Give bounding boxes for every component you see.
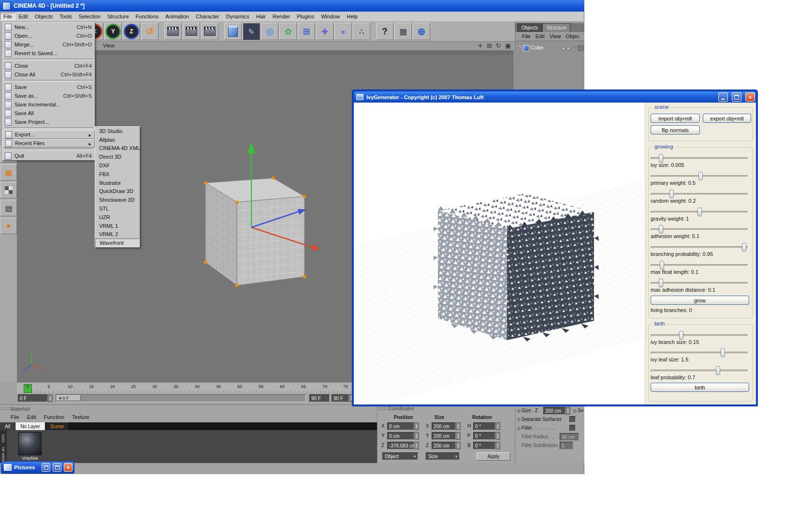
pictures-window-bar[interactable]: Pictures × xyxy=(1,461,74,474)
tree-row-cube[interactable]: └ Cube ✓✓ xyxy=(515,44,584,52)
menu-character[interactable]: Character xyxy=(192,13,222,20)
rot-b-stepper[interactable] xyxy=(495,442,500,449)
size-x-stepper[interactable] xyxy=(456,422,461,430)
primary-weight-slider[interactable] xyxy=(651,175,748,178)
export-obj-button[interactable]: export obj+mlt xyxy=(703,114,751,123)
file-menu-open[interactable]: Open...Ctrl+O xyxy=(3,31,95,40)
zoom-view-button[interactable]: ⊞ xyxy=(487,42,492,49)
objects-menu-view[interactable]: View xyxy=(550,33,561,39)
export-3d-studio[interactable]: 3D Studio xyxy=(95,127,140,135)
rot-b-field[interactable]: 0 ° xyxy=(473,442,495,449)
tab-no-layer[interactable]: No Layer xyxy=(15,422,45,430)
coord-size-dropdown[interactable]: Size xyxy=(426,452,460,460)
model-mode-button[interactable]: ▦ xyxy=(0,164,17,180)
menu-help[interactable]: Help xyxy=(343,13,361,20)
c4d-titlebar[interactable]: CINEMA 4D - [Untitled 2 *] xyxy=(0,0,584,12)
materials-menu-texture[interactable]: Texture xyxy=(72,414,89,420)
fillet-checkbox[interactable] xyxy=(569,425,576,431)
apply-button[interactable]: Apply xyxy=(477,452,510,461)
particle-tool-button[interactable] xyxy=(334,23,352,40)
file-menu-recent-files[interactable]: Recent Files xyxy=(3,139,95,148)
slider-thumb[interactable] xyxy=(659,225,663,234)
maximize-button[interactable] xyxy=(732,92,741,102)
file-menu-save-all[interactable]: Save All xyxy=(3,109,95,118)
render-region-button[interactable] xyxy=(183,23,200,40)
export-dxf[interactable]: DXF xyxy=(95,161,140,170)
attr-size-z-field[interactable]: 200 cm xyxy=(543,407,566,415)
menu-structure[interactable]: Structure xyxy=(104,13,132,20)
gravity-weight-slider[interactable] xyxy=(651,211,748,213)
file-menu-save[interactable]: SaveCtrl+S xyxy=(3,83,95,91)
maximize-view-button[interactable]: ▣ xyxy=(505,42,511,49)
pos-y-field[interactable]: 0 cm xyxy=(387,432,414,440)
export-cinema4d-xml[interactable]: CINEMA 4D XML xyxy=(95,144,140,153)
help-button[interactable] xyxy=(376,23,393,40)
file-menu-new[interactable]: New...Ctrl+N xyxy=(3,23,95,31)
objects-menu-file[interactable]: File xyxy=(522,33,531,39)
pos-x-field[interactable]: 0 cm xyxy=(387,422,414,430)
tab-scene[interactable]: Scene xyxy=(45,422,69,430)
minimize-button[interactable] xyxy=(718,92,728,102)
export-illustrator[interactable]: Illustrator xyxy=(95,179,140,187)
file-menu-quit[interactable]: QuitAlt+F4 xyxy=(3,151,95,160)
scene-tool-button[interactable] xyxy=(353,23,370,40)
workplane-mode-button[interactable]: ▤ xyxy=(0,200,17,216)
menu-tools[interactable]: Tools xyxy=(56,13,75,20)
export-shockwave-3d[interactable]: Shockwave 3D xyxy=(95,195,140,204)
max-adhesion-distance-slider[interactable] xyxy=(651,282,748,284)
fillet-subdivision-field[interactable]: 5 xyxy=(560,442,573,449)
pan-view-button[interactable]: ✛ xyxy=(478,42,483,49)
cube-primitive-button[interactable] xyxy=(224,23,242,40)
rot-h-field[interactable]: 0 ° xyxy=(473,422,495,430)
menu-objects[interactable]: Objects xyxy=(31,13,56,20)
export-wavefront[interactable]: Wavefront xyxy=(95,239,140,247)
materials-menu-file[interactable]: File xyxy=(11,414,19,420)
array-tool-button[interactable] xyxy=(279,23,297,40)
content-browser-button[interactable] xyxy=(394,23,412,40)
import-obj-button[interactable]: import obj+mlt xyxy=(651,114,700,123)
file-menu-save-incremental[interactable]: Save Incremental... xyxy=(3,100,95,109)
slider-thumb[interactable] xyxy=(698,172,703,180)
slider-thumb[interactable] xyxy=(716,366,720,375)
tab-structure[interactable]: Structure xyxy=(542,23,571,32)
menu-file[interactable]: File xyxy=(0,13,15,20)
ivy-3d-view[interactable] xyxy=(354,103,645,405)
export-vrml-1[interactable]: VRML 1 xyxy=(95,222,140,230)
nurbs-tool-button[interactable] xyxy=(261,23,278,40)
file-menu-save-project[interactable]: Save Project... xyxy=(3,118,95,126)
layer-chip[interactable] xyxy=(578,45,583,51)
branching-probability-slider[interactable] xyxy=(651,246,748,249)
birth-button[interactable]: birth xyxy=(651,383,749,392)
file-menu-revert[interactable]: Revert to Saved... xyxy=(3,49,95,58)
close-button[interactable]: × xyxy=(64,463,72,472)
panel-handle[interactable] xyxy=(378,407,391,411)
anim-dot[interactable] xyxy=(573,409,577,413)
objects-menu-objects[interactable]: Objec xyxy=(566,33,580,39)
file-menu-merge[interactable]: Merge...Ctrl+Shift+O xyxy=(3,40,95,49)
leaf-probability-slider[interactable] xyxy=(651,370,748,372)
rot-p-stepper[interactable] xyxy=(495,432,500,440)
enable-check-icon[interactable]: ✓✓ xyxy=(572,45,578,50)
slider-thumb[interactable] xyxy=(679,331,683,340)
deformer-tool-button[interactable] xyxy=(316,23,334,40)
materials-menu-edit[interactable]: Edit xyxy=(27,414,36,420)
rotate-view-button[interactable]: ↻ xyxy=(496,42,501,49)
pos-z-field[interactable]: -376.583 cm xyxy=(387,442,414,449)
tab-all[interactable]: All xyxy=(0,422,15,430)
rot-h-stepper[interactable] xyxy=(495,422,500,430)
slider-thumb[interactable] xyxy=(669,190,674,198)
max-float-length-slider[interactable] xyxy=(651,264,748,267)
export-quickdraw-3d[interactable]: QuickDraw 3D xyxy=(95,187,140,196)
rot-p-field[interactable]: 0 ° xyxy=(473,432,495,440)
export-allplan[interactable]: Allplan xyxy=(95,135,140,144)
menu-selection[interactable]: Selection xyxy=(75,13,104,20)
file-menu-close-all[interactable]: Close AllCtrl+Shift+F4 xyxy=(3,70,95,79)
slider-thumb[interactable] xyxy=(660,261,664,269)
ivy-titlebar[interactable]: IvyGenerator - Copyright (c) 2007 Thomas… xyxy=(354,91,756,103)
panel-handle[interactable] xyxy=(1,407,14,411)
size-y-field[interactable]: 200 cm xyxy=(432,432,456,440)
export-vrml-2[interactable]: VRML 2 xyxy=(95,230,140,239)
frame-slider[interactable]: 0 F xyxy=(56,394,306,402)
menu-dynamics[interactable]: Dynamics xyxy=(223,13,253,20)
menu-hair[interactable]: Hair xyxy=(253,13,269,20)
